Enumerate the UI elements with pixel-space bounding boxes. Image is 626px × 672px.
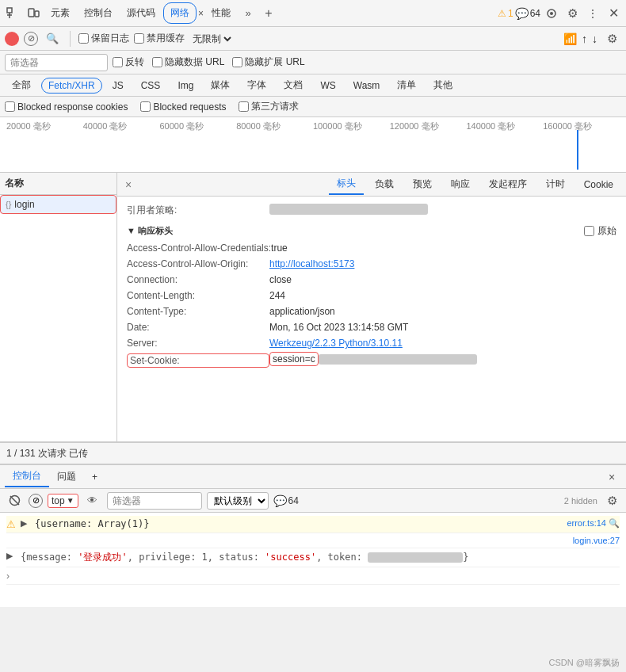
device-icon[interactable] — [24, 4, 43, 23]
console-context-arrow: ▼ — [67, 496, 74, 505]
hide-ext-url-checkbox[interactable]: 隐藏扩展 URL — [232, 55, 304, 69]
console-text-0: {username: Array(1)} — [35, 518, 562, 529]
tab-sources[interactable]: 源代码 — [120, 3, 162, 23]
console-tab-add[interactable]: + — [84, 468, 105, 486]
timeline-label-6: 140000 毫秒 — [467, 120, 544, 132]
console-settings-icon[interactable]: ⚙ — [602, 491, 621, 510]
header-row-2: Connection: close — [127, 272, 616, 288]
type-all[interactable]: 全部 — [5, 76, 38, 94]
tab-console[interactable]: 控制台 — [78, 3, 119, 23]
requests-header: 名称 — [0, 173, 116, 195]
timeline-label-1: 40000 毫秒 — [83, 120, 160, 132]
svg-rect-4 — [35, 11, 39, 17]
console-hidden-count: 2 hidden — [564, 496, 597, 506]
details-tab-response[interactable]: 响应 — [443, 174, 478, 194]
type-font[interactable]: 字体 — [240, 76, 273, 94]
console-filter-input[interactable] — [107, 492, 202, 510]
preserve-log-checkbox[interactable]: 保留日志 — [78, 32, 129, 45]
tab-network[interactable]: 网络 — [163, 2, 197, 24]
filter-toolbar: 反转 隐藏数据 URL 隐藏扩展 URL — [0, 51, 626, 74]
close-devtools-icon[interactable]: ✕ — [604, 4, 623, 23]
console-context-select[interactable]: top ▼ — [48, 494, 78, 508]
type-css[interactable]: CSS — [134, 78, 168, 94]
timeline-label-7: 160000 毫秒 — [543, 120, 620, 132]
details-tab-headers[interactable]: 标头 — [329, 174, 364, 195]
blocked-requests-checkbox[interactable]: Blocked requests — [140, 101, 226, 113]
hide-data-url-checkbox[interactable]: 隐藏数据 URL — [152, 55, 224, 69]
add-tab-icon[interactable]: + — [259, 4, 278, 23]
filter-type-row: 全部 Fetch/XHR JS CSS Img 媒体 字体 文档 WS Wasm… — [0, 74, 626, 97]
header-value-6: Werkzeug/2.2.3 Python/3.10.11 — [269, 338, 403, 349]
blocked-row: Blocked response cookies Blocked request… — [0, 97, 626, 117]
header-key-5: Date: — [127, 322, 269, 333]
console-tab-console[interactable]: 控制台 — [5, 466, 49, 487]
console-expand-2[interactable]: ▶ — [6, 551, 13, 561]
inspect-icon[interactable] — [3, 4, 22, 23]
close-details-button[interactable]: × — [122, 177, 135, 193]
response-headers-toggle[interactable]: ▼ 响应标头 — [127, 225, 173, 237]
type-wasm[interactable]: Wasm — [346, 78, 387, 94]
console-clear-icon[interactable] — [5, 491, 24, 510]
details-tab-cookie[interactable]: Cookie — [576, 176, 621, 193]
console-tab-issues[interactable]: 问题 — [49, 467, 84, 487]
type-manifest[interactable]: 清单 — [390, 76, 423, 94]
type-fetch-xhr[interactable]: Fetch/XHR — [41, 78, 102, 94]
timeline-labels: 20000 毫秒 40000 毫秒 60000 毫秒 80000 毫秒 1000… — [0, 117, 626, 136]
console-link-0[interactable]: error.ts:14 🔍 — [567, 518, 620, 529]
status-bar: 1 / 131 次请求 已传 — [0, 442, 626, 464]
console-panel: 控制台 问题 + × ⊘ top ▼ 👁 默认级别 💬 64 — [0, 464, 626, 607]
type-other[interactable]: 其他 — [426, 76, 460, 94]
reverse-checkbox[interactable]: 反转 — [113, 55, 144, 69]
details-tab-initiator[interactable]: 发起程序 — [481, 174, 535, 194]
network-settings-icon[interactable]: ⚙ — [602, 29, 621, 48]
console-input[interactable] — [17, 571, 620, 582]
console-link-1[interactable]: login.vue:27 — [573, 536, 620, 545]
tab-elements[interactable]: 元素 — [44, 3, 76, 23]
type-media[interactable]: 媒体 — [204, 76, 237, 94]
header-value-7: session=c — [269, 353, 477, 368]
console-prompt-icon: › — [6, 571, 10, 582]
console-ban-icon[interactable]: ⊘ — [29, 494, 43, 508]
console-expand-0[interactable]: ▶ — [21, 518, 27, 529]
details-tab-timing[interactable]: 计时 — [538, 174, 573, 194]
type-js[interactable]: JS — [105, 78, 131, 94]
raw-checkbox[interactable]: 原始 — [584, 224, 616, 238]
type-doc[interactable]: 文档 — [277, 76, 310, 94]
console-content: ⚠ ▶ {username: Array(1)} error.ts:14 🔍 l… — [0, 513, 626, 607]
svg-rect-0 — [7, 8, 12, 13]
download-icon: ↓ — [592, 32, 597, 45]
svg-point-6 — [550, 12, 553, 15]
header-key-6: Server: — [127, 338, 269, 349]
console-row-warning: ⚠ ▶ {username: Array(1)} error.ts:14 🔍 — [6, 516, 620, 533]
remote-debug-icon[interactable] — [542, 4, 561, 23]
search-network-icon[interactable]: 🔍 — [43, 29, 62, 48]
devtools-settings-icon[interactable]: ⚙ — [563, 4, 582, 23]
header-row-6: Server: Werkzeug/2.2.3 Python/3.10.11 — [127, 335, 616, 351]
clear-button[interactable]: ⊘ — [24, 32, 38, 46]
more-tabs-icon[interactable]: » — [239, 4, 258, 23]
blocked-response-checkbox[interactable]: Blocked response cookies — [5, 101, 128, 113]
filter-input[interactable] — [5, 54, 108, 71]
console-context-label: top — [52, 495, 65, 506]
header-value-2: close — [269, 274, 292, 285]
message-badge: 💬 64 — [515, 7, 540, 20]
close-console-icon[interactable]: × — [602, 468, 621, 487]
network-tab-close[interactable]: × — [198, 8, 204, 19]
console-eye-icon[interactable]: 👁 — [83, 491, 102, 510]
third-party-checkbox[interactable]: 第三方请求 — [239, 100, 299, 113]
request-item-login[interactable]: {} login — [0, 195, 116, 214]
console-level-select[interactable]: 默认级别 — [207, 492, 269, 510]
header-key-1: Access-Control-Allow-Origin: — [127, 258, 269, 269]
details-tab-payload[interactable]: 负载 — [367, 174, 402, 194]
tab-performance[interactable]: 性能 — [205, 3, 237, 23]
record-button[interactable] — [5, 32, 19, 46]
type-img[interactable]: Img — [170, 78, 200, 94]
disable-cache-checkbox[interactable]: 禁用缓存 — [134, 32, 185, 45]
type-ws[interactable]: WS — [313, 78, 342, 94]
devtools-more-icon[interactable]: ⋮ — [583, 4, 602, 23]
throttle-select[interactable]: 无限制 — [189, 32, 234, 45]
referrer-value — [269, 204, 428, 215]
watermark: CSDN @暗雾飘扬 — [549, 657, 620, 669]
details-content: 引用者策略: ▼ 响应标头 原始 Access-Control-Allow-Cr… — [117, 197, 626, 375]
details-tab-preview[interactable]: 预览 — [405, 174, 440, 194]
